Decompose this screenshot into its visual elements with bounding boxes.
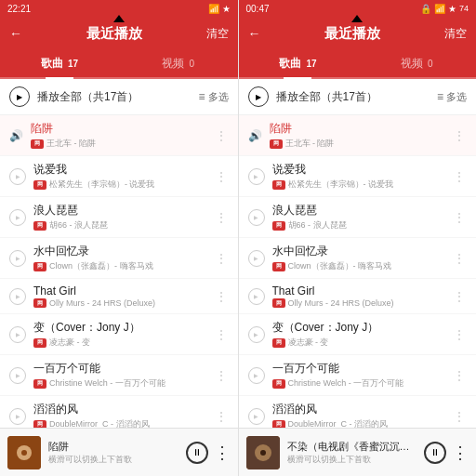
clear-button-left[interactable]: 清空 — [206, 26, 229, 42]
player-subtitle-left: 横滑可以切换上下首歌 — [48, 454, 178, 466]
tab-bar-left: 歌曲 17 视频 0 — [0, 50, 238, 79]
song-item-1-left[interactable]: ▶ 说爱我 网 松紧先生（李宗锦）- 说爱我 ⋮ — [0, 156, 238, 197]
song-item-3-right[interactable]: ▶ 水中回忆录 网 Clown（张鑫磊）- 嗨客马戏 ⋮ — [239, 238, 477, 279]
playing-icon-left: 🔊 — [9, 129, 23, 142]
song-sub-6-left: 网 Christine Welch - 一百万个可能 — [33, 377, 206, 390]
top-nav-left: ← 最近播放 清空 — [0, 17, 238, 50]
song-artist-2-right: 胡66 - 浪人琵琶 — [288, 219, 347, 231]
song-item-6-right[interactable]: ▶ 一百万个可能 网 Christine Welch - 一百万个可能 ⋮ — [239, 355, 477, 396]
play-icon-1-left: ▶ — [9, 168, 26, 185]
play-icon-2-right: ▶ — [248, 209, 265, 226]
song-item-6-left[interactable]: ▶ 一百万个可能 网 Christine Welch - 一百万个可能 ⋮ — [0, 355, 238, 396]
play-icon-1-right: ▶ — [248, 168, 265, 185]
time-right: 00:47 — [246, 4, 270, 14]
player-controls-right: ⏸ ⋮ — [424, 442, 469, 464]
tab-songs-right[interactable]: 歌曲 17 — [239, 50, 358, 77]
song-item-7-left[interactable]: ▶ 滔滔的风 网 DoubleMirror_C - 滔滔的风 ⋮ — [0, 396, 238, 428]
multi-select-right[interactable]: ≡ 多选 — [437, 90, 467, 104]
play-all-text-left: 播放全部（共17首） — [37, 89, 191, 105]
song-menu-4-left[interactable]: ⋮ — [214, 289, 229, 304]
song-item-3-left[interactable]: ▶ 水中回忆录 网 Clown（张鑫磊）- 嗨客马戏 ⋮ — [0, 238, 238, 279]
back-button-left[interactable]: ← — [9, 26, 22, 41]
next-button-right[interactable]: ⋮ — [452, 443, 469, 463]
song-item-0-right[interactable]: 🔊 陷阱 网 王北车 - 陷阱 ⋮ — [239, 115, 477, 156]
bottom-player-right[interactable]: 不染（电视剧《香蜜沉沉烬如霜》主题曲 横滑可以切换上下首歌 ⏸ ⋮ — [239, 428, 477, 476]
song-sub-4-right: 网 Olly Murs - 24 HRS (Deluxe) — [272, 298, 445, 308]
clear-button-right[interactable]: 清空 — [444, 26, 467, 42]
song-menu-2-left[interactable]: ⋮ — [214, 210, 229, 225]
tab-videos-right[interactable]: 视频 0 — [357, 50, 476, 77]
song-artist-6-left: Christine Welch - 一百万个可能 — [49, 377, 165, 390]
song-name-6-left: 一百万个可能 — [33, 361, 206, 377]
play-all-row-left[interactable]: ▶ 播放全部（共17首） ≡ 多选 — [0, 79, 238, 115]
song-menu-1-left[interactable]: ⋮ — [214, 169, 229, 184]
next-button-left[interactable]: ⋮ — [214, 443, 231, 463]
player-info-left: 陷阱 横滑可以切换上下首歌 — [48, 440, 178, 466]
platform-badge-4-right: 网 — [272, 298, 285, 308]
song-name-3-left: 水中回忆录 — [33, 244, 206, 259]
song-artist-6-right: Christine Welch - 一百万个可能 — [288, 377, 404, 390]
song-menu-7-left[interactable]: ⋮ — [214, 409, 229, 424]
pause-button-left[interactable]: ⏸ — [186, 442, 208, 464]
song-item-4-right[interactable]: ▶ That Girl 网 Olly Murs - 24 HRS (Deluxe… — [239, 279, 477, 314]
song-item-1-right[interactable]: ▶ 说爱我 网 松紧先生（李宗锦）- 说爱我 ⋮ — [239, 156, 477, 197]
song-menu-2-right[interactable]: ⋮ — [452, 210, 467, 225]
song-artist-1-left: 松紧先生（李宗锦）- 说爱我 — [49, 178, 155, 191]
song-artist-0-right: 王北车 - 陷阱 — [285, 138, 335, 150]
song-name-0-right: 陷阱 — [270, 121, 445, 137]
tab-songs-left[interactable]: 歌曲 17 — [0, 50, 119, 77]
song-menu-5-right[interactable]: ⋮ — [452, 327, 467, 342]
page-title-left: 最近播放 — [22, 25, 206, 43]
song-artist-1-right: 松紧先生（李宗锦）- 说爱我 — [288, 178, 394, 191]
play-all-row-right[interactable]: ▶ 播放全部（共17首） ≡ 多选 — [239, 79, 477, 115]
song-item-2-right[interactable]: ▶ 浪人琵琶 网 胡66 - 浪人琵琶 ⋮ — [239, 197, 477, 238]
song-name-0-left: 陷阱 — [31, 121, 206, 137]
back-button-right[interactable]: ← — [248, 26, 261, 41]
song-menu-4-right[interactable]: ⋮ — [452, 289, 467, 304]
multi-select-left[interactable]: ≡ 多选 — [198, 90, 228, 104]
song-sub-2-left: 网 胡66 - 浪人琵琶 — [33, 219, 206, 231]
song-item-5-left[interactable]: ▶ 变（Cover：Jony J） 网 凌志豪 - 变 ⋮ — [0, 314, 238, 355]
song-info-1-left: 说爱我 网 松紧先生（李宗锦）- 说爱我 — [33, 162, 206, 191]
play-icon-3-right: ▶ — [248, 250, 265, 267]
pause-button-right[interactable]: ⏸ — [424, 442, 446, 464]
status-icons-left: 📶 ★ — [208, 4, 231, 14]
song-sub-4-left: 网 Olly Murs - 24 HRS (Deluxe) — [33, 298, 206, 308]
tab-bar-right: 歌曲 17 视频 0 — [239, 50, 477, 79]
song-menu-3-left[interactable]: ⋮ — [214, 251, 229, 266]
song-menu-3-right[interactable]: ⋮ — [452, 251, 467, 266]
song-sub-3-left: 网 Clown（张鑫磊）- 嗨客马戏 — [33, 260, 206, 272]
song-item-2-left[interactable]: ▶ 浪人琵琶 网 胡66 - 浪人琵琶 ⋮ — [0, 197, 238, 238]
song-name-7-right: 滔滔的风 — [272, 402, 445, 417]
song-name-7-left: 滔滔的风 — [33, 402, 206, 417]
song-list-left: ▶ 播放全部（共17首） ≡ 多选 🔊 陷阱 网 王北车 - 陷阱 ⋮ ▶ 说爱… — [0, 79, 238, 428]
song-menu-6-left[interactable]: ⋮ — [214, 368, 229, 383]
song-menu-6-right[interactable]: ⋮ — [452, 368, 467, 383]
play-icon-5-right: ▶ — [248, 326, 265, 343]
song-item-7-right[interactable]: ▶ 滔滔的风 网 DoubleMirror_C - 滔滔的风 ⋮ — [239, 396, 477, 428]
song-menu-7-right[interactable]: ⋮ — [452, 409, 467, 424]
platform-badge-2-left: 网 — [33, 221, 46, 231]
song-menu-0-right[interactable]: ⋮ — [452, 128, 467, 143]
song-item-4-left[interactable]: ▶ That Girl 网 Olly Murs - 24 HRS (Deluxe… — [0, 279, 238, 314]
player-title-left: 陷阱 — [48, 440, 178, 454]
player-thumbnail-left — [7, 436, 41, 469]
phone-panel-right: 00:47 🔒 📶 ★ 74 ← 最近播放 清空 歌曲 17 视频 0 — [239, 0, 477, 476]
song-item-5-right[interactable]: ▶ 变（Cover：Jony J） 网 凌志豪 - 变 ⋮ — [239, 314, 477, 355]
song-menu-5-left[interactable]: ⋮ — [214, 327, 229, 342]
song-info-2-left: 浪人琵琶 网 胡66 - 浪人琵琶 — [33, 203, 206, 231]
song-menu-1-right[interactable]: ⋮ — [452, 169, 467, 184]
song-sub-6-right: 网 Christine Welch - 一百万个可能 — [272, 377, 445, 390]
song-info-7-right: 滔滔的风 网 DoubleMirror_C - 滔滔的风 — [272, 402, 445, 428]
song-menu-0-left[interactable]: ⋮ — [214, 128, 229, 143]
top-nav-right: ← 最近播放 清空 — [239, 17, 477, 50]
song-item-0-left[interactable]: 🔊 陷阱 网 王北车 - 陷阱 ⋮ — [0, 115, 238, 156]
arrow-indicator-right — [350, 9, 364, 26]
song-artist-4-left: Olly Murs - 24 HRS (Deluxe) — [49, 298, 155, 308]
play-icon-7-left: ▶ — [9, 408, 26, 425]
song-name-4-left: That Girl — [33, 284, 206, 298]
play-all-icon-left: ▶ — [9, 86, 30, 107]
bottom-player-left[interactable]: 陷阱 横滑可以切换上下首歌 ⏸ ⋮ — [0, 428, 238, 476]
song-artist-3-left: Clown（张鑫磊）- 嗨客马戏 — [49, 260, 153, 272]
tab-videos-left[interactable]: 视频 0 — [119, 50, 238, 77]
